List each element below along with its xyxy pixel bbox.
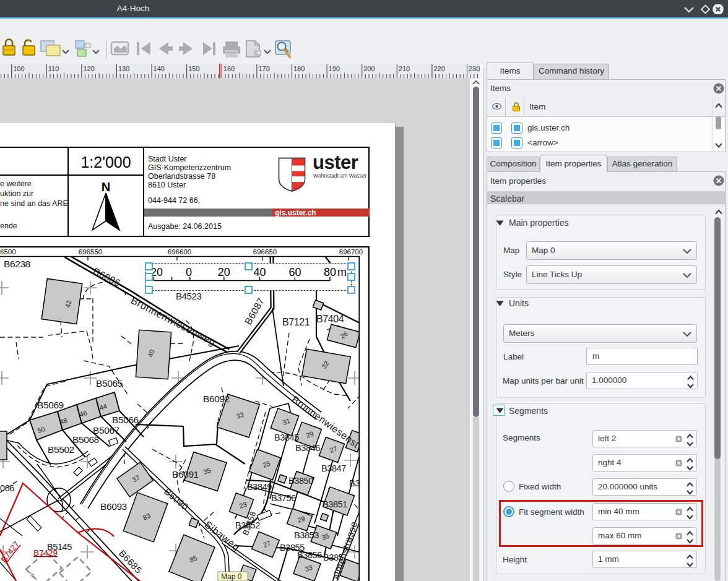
svg-text:B3856: B3856	[297, 550, 322, 560]
svg-text:B6093: B6093	[100, 501, 127, 512]
svg-text:220: 220	[433, 65, 444, 72]
svg-text:B3: B3	[349, 478, 360, 488]
svg-text:B5068: B5068	[72, 434, 99, 445]
svg-text:B3847: B3847	[321, 463, 346, 473]
svg-text:Wohnstadt am Wasser: Wohnstadt am Wasser	[313, 173, 367, 179]
svg-text:B5066: B5066	[112, 415, 139, 425]
svg-text:6500: 6500	[0, 248, 16, 256]
svg-text:B4523: B4523	[176, 291, 201, 301]
svg-text:190: 190	[329, 65, 340, 72]
svg-text:0: 0	[186, 266, 192, 278]
svg-text:N: N	[102, 180, 110, 194]
svg-text:B6238: B6238	[4, 259, 30, 269]
svg-text:160: 160	[223, 65, 235, 72]
svg-text:696600: 696600	[168, 248, 191, 256]
svg-text:m: m	[337, 266, 347, 278]
svg-text:B6091: B6091	[172, 469, 199, 480]
svg-text:B3845: B3845	[274, 433, 299, 442]
svg-text:B5065: B5065	[96, 378, 123, 389]
svg-text:42: 42	[64, 299, 72, 308]
svg-text:60: 60	[288, 266, 301, 278]
svg-text:uster: uster	[313, 152, 358, 173]
svg-text:100: 100	[13, 65, 24, 72]
svg-text:200: 200	[363, 65, 375, 72]
svg-text:B5502: B5502	[48, 444, 74, 455]
svg-text:120: 120	[83, 65, 94, 72]
svg-text:696550: 696550	[79, 248, 102, 256]
svg-text:066: 066	[0, 483, 14, 493]
svg-text:696650: 696650	[253, 248, 277, 256]
svg-text:B3846: B3846	[295, 443, 320, 453]
svg-text:130: 130	[118, 65, 129, 72]
svg-text:B3849: B3849	[247, 482, 272, 492]
svg-text:230: 230	[469, 65, 480, 72]
svg-text:210: 210	[399, 65, 410, 72]
svg-text:696700: 696700	[339, 248, 363, 256]
svg-text:B3851: B3851	[323, 499, 347, 509]
svg-text:40: 40	[254, 266, 266, 278]
svg-text:B5069: B5069	[37, 400, 64, 410]
svg-text:170: 170	[258, 65, 269, 72]
svg-text:B7404: B7404	[316, 314, 344, 324]
svg-text:20: 20	[218, 266, 230, 278]
svg-text:140: 140	[154, 65, 165, 72]
svg-text:180: 180	[293, 65, 305, 72]
svg-text:B3853: B3853	[294, 530, 319, 540]
svg-text:110: 110	[48, 65, 59, 72]
svg-text:B3850: B3850	[288, 476, 313, 486]
svg-text:B6092: B6092	[203, 394, 230, 404]
svg-text:Map 0: Map 0	[221, 572, 242, 581]
svg-text:B3756: B3756	[271, 493, 296, 503]
svg-text:B5145: B5145	[47, 542, 72, 552]
svg-text:B7121: B7121	[282, 317, 310, 327]
svg-text:150: 150	[188, 65, 199, 72]
svg-text:80: 80	[324, 266, 336, 278]
